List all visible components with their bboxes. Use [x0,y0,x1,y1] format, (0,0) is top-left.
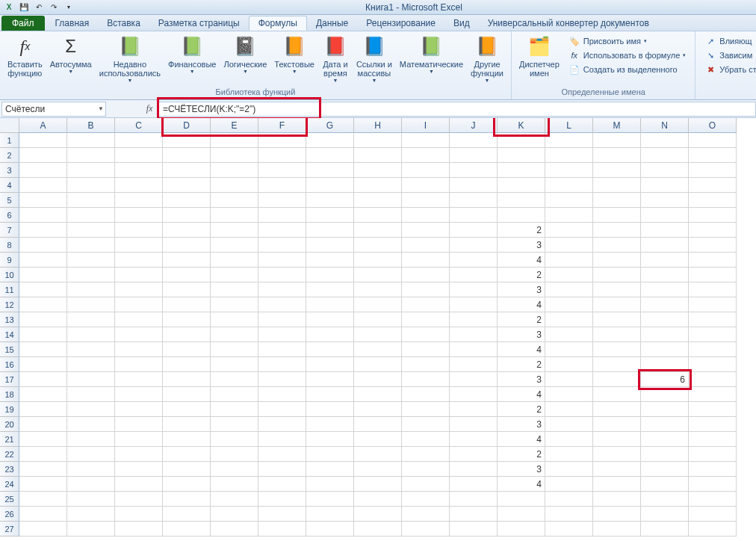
cell-G14[interactable] [306,327,354,342]
cell-N8[interactable] [641,238,689,253]
cell-F17[interactable] [258,372,306,387]
cell-G16[interactable] [306,357,354,372]
cell-E13[interactable] [211,312,258,327]
cell-C9[interactable] [115,253,163,268]
cell-C23[interactable] [115,462,163,477]
cell-I23[interactable] [402,462,450,477]
cell-D14[interactable] [163,327,211,342]
cell-D13[interactable] [163,312,211,327]
undo-icon[interactable]: ↶ [33,1,45,13]
cell-B11[interactable] [67,282,115,297]
cell-K23[interactable]: 3 [498,462,545,477]
cell-G7[interactable] [306,223,354,238]
cell-L23[interactable] [545,462,593,477]
cell-C2[interactable] [115,148,163,163]
cell-I12[interactable] [402,297,450,312]
cell-G22[interactable] [306,447,354,462]
cell-G24[interactable] [306,477,354,492]
cell-B19[interactable] [67,402,115,417]
cell-H3[interactable] [354,163,402,178]
cell-I17[interactable] [402,372,450,387]
cell-M15[interactable] [593,342,641,357]
cell-H22[interactable] [354,447,402,462]
cell-O10[interactable] [689,268,737,282]
cell-J25[interactable] [450,492,498,507]
cell-I2[interactable] [402,148,450,163]
autosum-button[interactable]: Σ Автосумма ▼ [47,33,95,75]
cell-D21[interactable] [163,432,211,447]
column-header-H[interactable]: H [354,118,402,133]
cell-J16[interactable] [450,357,498,372]
cell-J24[interactable] [450,477,498,492]
cell-A4[interactable] [19,178,67,193]
trace-dependents-button[interactable]: ➘ Зависим [703,49,756,62]
column-header-I[interactable]: I [402,118,450,133]
cell-K22[interactable]: 2 [498,447,545,462]
cell-D8[interactable] [163,238,211,253]
row-header-14[interactable]: 14 [0,327,19,342]
redo-icon[interactable]: ↷ [48,1,60,13]
cell-J26[interactable] [450,507,498,522]
cell-E10[interactable] [211,268,258,282]
cell-A15[interactable] [19,342,67,357]
cell-D25[interactable] [163,492,211,507]
cell-F21[interactable] [258,432,306,447]
cell-G4[interactable] [306,178,354,193]
cell-D5[interactable] [163,193,211,208]
cell-C10[interactable] [115,268,163,282]
cell-O11[interactable] [689,282,737,297]
cell-M5[interactable] [593,193,641,208]
cell-E12[interactable] [211,297,258,312]
cell-O12[interactable] [689,297,737,312]
cell-B16[interactable] [67,357,115,372]
cell-J7[interactable] [450,223,498,238]
cell-O14[interactable] [689,327,737,342]
cell-L2[interactable] [545,148,593,163]
cell-N23[interactable] [641,462,689,477]
cell-J4[interactable] [450,178,498,193]
cell-K13[interactable]: 2 [498,312,545,327]
cell-B14[interactable] [67,327,115,342]
date-time-button[interactable]: 📕 Дата и время ▼ [319,33,352,84]
cell-F27[interactable] [258,522,306,537]
cell-J20[interactable] [450,417,498,432]
qat-dropdown-icon[interactable]: ▼ [63,1,75,13]
tab-формулы[interactable]: Формулы [249,16,307,31]
row-header-24[interactable]: 24 [0,477,19,492]
row-header-13[interactable]: 13 [0,312,19,327]
column-header-N[interactable]: N [641,118,689,133]
cell-I21[interactable] [402,432,450,447]
cell-J18[interactable] [450,387,498,402]
cell-C5[interactable] [115,193,163,208]
create-from-selection-button[interactable]: 📄 Создать из выделенного [567,63,688,76]
cell-D3[interactable] [163,163,211,178]
cell-I22[interactable] [402,447,450,462]
cell-N16[interactable] [641,357,689,372]
cell-B9[interactable] [67,253,115,268]
cell-N22[interactable] [641,447,689,462]
cell-M1[interactable] [593,133,641,148]
row-header-1[interactable]: 1 [0,133,19,148]
cell-C18[interactable] [115,387,163,402]
math-button[interactable]: 📗 Математические ▼ [397,33,466,75]
cell-C20[interactable] [115,417,163,432]
cell-N15[interactable] [641,342,689,357]
cell-C7[interactable] [115,223,163,238]
tab-данные[interactable]: Данные [307,16,357,31]
cell-G8[interactable] [306,238,354,253]
cell-H1[interactable] [354,133,402,148]
cell-M27[interactable] [593,522,641,537]
column-header-A[interactable]: A [19,118,67,133]
cell-H26[interactable] [354,507,402,522]
cell-F12[interactable] [258,297,306,312]
cell-A13[interactable] [19,312,67,327]
cell-G18[interactable] [306,387,354,402]
cell-N13[interactable] [641,312,689,327]
cell-F14[interactable] [258,327,306,342]
cell-F10[interactable] [258,268,306,282]
cell-F18[interactable] [258,387,306,402]
cell-A24[interactable] [19,477,67,492]
cell-L18[interactable] [545,387,593,402]
cell-E17[interactable] [211,372,258,387]
cell-J11[interactable] [450,282,498,297]
